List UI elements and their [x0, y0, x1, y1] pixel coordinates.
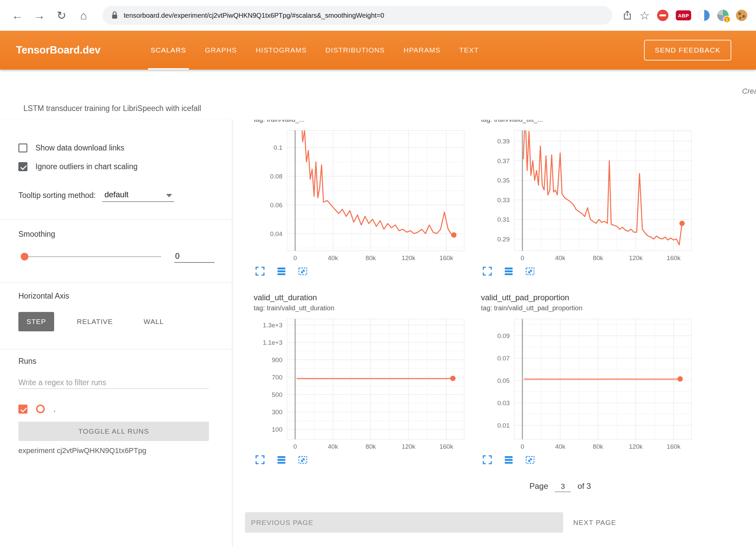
slider-track[interactable]: [25, 256, 161, 257]
ignore-outliers-checkbox[interactable]: [18, 162, 27, 171]
divider: [0, 283, 232, 283]
svg-text:0: 0: [521, 443, 524, 450]
show-download-links-checkbox[interactable]: [18, 143, 27, 152]
settings-sidebar: Show data download links Ignore outliers…: [0, 120, 232, 547]
chart-title: valid_utt_pad_proportion: [481, 293, 697, 304]
page: ← → ↻ ⌂ tensorboard.dev/experiment/cj2vt…: [0, 0, 756, 547]
runs-filter-input[interactable]: [18, 377, 209, 389]
svg-text:0.03: 0.03: [497, 400, 510, 407]
svg-text:0.35: 0.35: [497, 177, 510, 184]
page-of-label: of 3: [578, 481, 591, 492]
run-row: .: [18, 402, 232, 416]
expand-chart-icon[interactable]: [481, 454, 494, 466]
smoothing-row: [21, 250, 232, 263]
line-chart[interactable]: 0.040.060.080.1040k80k120k160k: [254, 129, 469, 262]
address-bar[interactable]: tensorboard.dev/experiment/cj2vtPiwQHKN9…: [102, 6, 612, 25]
fit-domain-icon[interactable]: [524, 454, 536, 466]
clipped-created-text: Crea: [742, 87, 756, 96]
abp-extension-icon[interactable]: ABP: [676, 10, 691, 20]
svg-text:120k: 120k: [402, 443, 416, 450]
pagination: Page of 3: [529, 481, 756, 492]
chart-card-top-left: tag: train/valid_... 0.040.060.080.1040k…: [254, 120, 469, 278]
home-icon[interactable]: ⌂: [75, 9, 92, 22]
tooltip-sorting-row: Tooltip sorting method: default: [18, 189, 232, 202]
chart-card-valid-utt-duration: valid_utt_duration tag: train/valid_utt_…: [254, 293, 469, 466]
previous-page-button[interactable]: PREVIOUS PAGE: [245, 512, 563, 533]
fit-domain-icon[interactable]: [524, 265, 536, 278]
reload-icon[interactable]: ↻: [53, 9, 70, 22]
experiment-subheader: Crea LSTM transducer training for LibriS…: [0, 70, 756, 120]
slider-thumb[interactable]: [21, 253, 28, 260]
charts-grid: tag: train/valid_... 0.040.060.080.1040k…: [254, 120, 756, 466]
tab-distributions[interactable]: DISTRIBUTIONS: [326, 31, 385, 70]
line-chart[interactable]: 0.290.310.330.350.370.39040k80k120k160k: [481, 129, 697, 262]
svg-text:80k: 80k: [593, 254, 603, 261]
wall-axis-button[interactable]: WALL: [136, 312, 172, 331]
svg-text:40k: 40k: [555, 254, 565, 261]
svg-text:0.05: 0.05: [497, 377, 510, 384]
tensorboard-logo[interactable]: TensorBoard.dev: [16, 44, 101, 56]
run-visibility-checkbox[interactable]: [18, 405, 27, 414]
tab-hparams[interactable]: HPARAMS: [404, 31, 441, 70]
toggle-all-runs-button[interactable]: TOGGLE ALL RUNS: [18, 422, 209, 441]
expand-chart-icon[interactable]: [254, 265, 266, 278]
chart-tag: tag: train/valid_utt_pad_proportion: [481, 304, 697, 313]
lock-icon: [111, 11, 118, 20]
url-text: tensorboard.dev/experiment/cj2vtPiwQHKN9…: [124, 12, 384, 19]
relative-axis-button[interactable]: RELATIVE: [69, 312, 121, 331]
svg-text:300: 300: [272, 409, 282, 416]
tab-text[interactable]: TEXT: [459, 31, 479, 70]
tab-graphs[interactable]: GRAPHS: [205, 31, 237, 70]
bookmark-star-icon[interactable]: ☆: [640, 9, 650, 22]
svg-text:0: 0: [521, 254, 524, 261]
horizontal-axis-buttons: STEP RELATIVE WALL: [18, 312, 232, 332]
fit-domain-icon[interactable]: [296, 454, 309, 466]
svg-text:0: 0: [293, 443, 297, 450]
svg-text:0.31: 0.31: [497, 216, 510, 223]
svg-text:160k: 160k: [439, 443, 454, 450]
svg-text:120k: 120k: [402, 254, 416, 261]
runs-selector-icon[interactable]: [275, 265, 288, 278]
tab-histograms[interactable]: HISTOGRAMS: [256, 31, 307, 70]
page-number-input[interactable]: [555, 481, 571, 492]
profile-avatar[interactable]: 1: [717, 10, 729, 21]
ignore-outliers-row[interactable]: Ignore outliers in chart scaling: [18, 160, 232, 173]
blue-extension-icon[interactable]: [699, 10, 710, 21]
chart-actions: [481, 454, 697, 466]
runs-selector-icon[interactable]: [502, 454, 515, 466]
show-download-links-row[interactable]: Show data download links: [18, 141, 232, 154]
divider: [0, 349, 232, 349]
smoothing-value-input[interactable]: [174, 250, 215, 263]
chart-actions: [254, 454, 469, 466]
step-axis-button[interactable]: STEP: [18, 312, 54, 331]
next-page-button[interactable]: NEXT PAGE: [573, 519, 616, 527]
svg-text:160k: 160k: [439, 254, 454, 261]
svg-text:160k: 160k: [667, 254, 681, 261]
runs-selector-icon[interactable]: [275, 454, 288, 466]
run-name: .: [53, 405, 55, 414]
runs-selector-icon[interactable]: [502, 265, 515, 278]
tab-scalars[interactable]: SCALARS: [151, 31, 186, 70]
cookie-extension-icon[interactable]: [736, 10, 747, 21]
expand-chart-icon[interactable]: [481, 265, 494, 278]
svg-text:0.06: 0.06: [270, 202, 282, 209]
svg-text:0.07: 0.07: [497, 355, 510, 362]
svg-text:0.08: 0.08: [270, 173, 282, 180]
tooltip-sorting-select[interactable]: default: [102, 190, 174, 202]
line-chart[interactable]: 0.010.030.050.070.09040k80k120k160k: [481, 317, 697, 451]
svg-text:0.29: 0.29: [497, 236, 510, 243]
send-feedback-button[interactable]: SEND FEEDBACK: [644, 40, 731, 61]
svg-text:120k: 120k: [629, 254, 643, 261]
share-icon[interactable]: [622, 10, 632, 21]
smoothing-slider[interactable]: [21, 250, 161, 263]
expand-chart-icon[interactable]: [254, 454, 266, 466]
fit-domain-icon[interactable]: [296, 265, 309, 278]
back-icon[interactable]: ←: [9, 9, 26, 22]
svg-text:900: 900: [272, 356, 282, 363]
svg-text:0: 0: [293, 254, 297, 261]
line-chart[interactable]: 1003005007009001.1e+31.3e+3040k80k120k16…: [254, 317, 469, 451]
horizontal-axis-label: Horizontal Axis: [18, 292, 232, 302]
adblock-extension-icon[interactable]: [657, 10, 668, 21]
svg-text:0.37: 0.37: [497, 157, 510, 165]
forward-icon[interactable]: →: [31, 9, 48, 22]
